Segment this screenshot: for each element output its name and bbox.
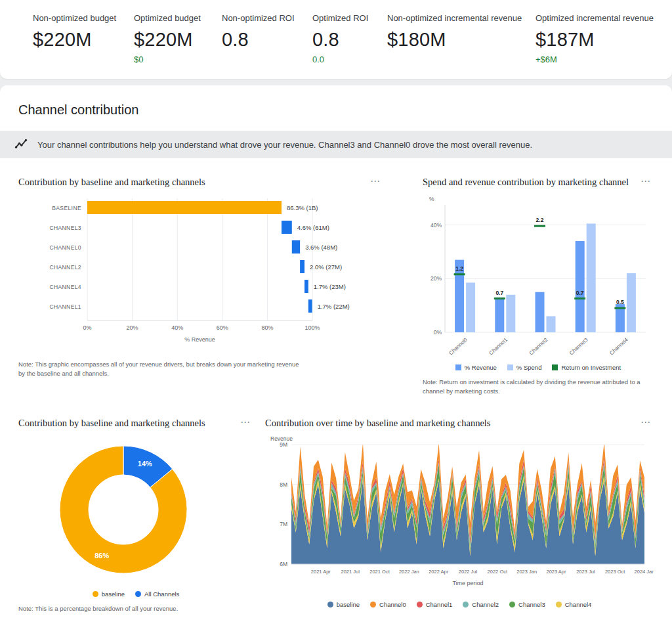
svg-text:CHANNEL2: CHANNEL2 (49, 264, 81, 271)
spend-bar[interactable] (627, 273, 636, 332)
svg-text:3.6% (48M): 3.6% (48M) (305, 244, 337, 251)
chart-note: Note: Return on investment is calculated… (423, 378, 652, 397)
legend-label: baseline (102, 590, 125, 598)
roi-marker[interactable] (534, 225, 545, 227)
overflow-menu-button[interactable]: ⋯ (638, 418, 654, 427)
waterfall-bar[interactable] (308, 299, 312, 313)
svg-text:1.7% (22M): 1.7% (22M) (318, 303, 350, 310)
waterfall-bar[interactable] (304, 280, 308, 293)
kpi-summary-card: Non-optimized budget $220M Optimized bud… (0, 0, 672, 79)
kpi-label: Non-optimized ROI (222, 13, 312, 23)
chart-donut: Contribution by baseline and marketing c… (18, 414, 253, 613)
kpi-label: Non-optimized budget (33, 13, 134, 23)
overflow-menu-button[interactable]: ⋯ (638, 177, 654, 186)
chart-note: Note: This is a percentage breakdown of … (18, 604, 253, 613)
svg-text:Time period: Time period (452, 580, 483, 586)
svg-text:2022 Jul: 2022 Jul (459, 569, 478, 575)
legend-item[interactable]: % Spend (507, 364, 542, 371)
time-series-chart-canvas: Revenue6M7M8M9M2021 Apr2021 Jul2021 Oct2… (265, 434, 654, 596)
svg-text:Channel4: Channel4 (608, 336, 629, 356)
legend-item[interactable]: Channel3 (509, 601, 545, 608)
svg-text:0%: 0% (83, 324, 91, 331)
legend-swatch (463, 602, 469, 607)
chart-time-series: Contribution over time by baseline and m… (265, 414, 654, 613)
revenue-bar[interactable] (495, 297, 504, 332)
chart-spend-revenue: Spend and revenue contribution by market… (423, 173, 654, 397)
legend-swatch (507, 364, 513, 370)
svg-text:80%: 80% (261, 324, 273, 331)
kpi-delta: $0 (134, 55, 222, 64)
roi-marker[interactable] (454, 273, 465, 275)
legend-item[interactable]: Channel1 (417, 601, 453, 608)
donut-chart-canvas: 14%86% (18, 434, 235, 585)
kpi-optimized-budget: Optimized budget $220M $0 (134, 13, 222, 79)
svg-text:20%: 20% (127, 324, 138, 331)
kpi-non-optimized-roi: Non-optimized ROI 0.8 (222, 13, 312, 79)
overflow-menu-button[interactable]: ⋯ (238, 418, 253, 427)
legend-swatch (455, 364, 461, 370)
insight-banner: Your channel contributions help you unde… (0, 131, 672, 158)
donut-legend: baselineAll Channels (18, 590, 253, 598)
svg-text:Channel0: Channel0 (448, 336, 469, 356)
roi-marker[interactable] (574, 297, 585, 299)
legend-label: Channel3 (518, 601, 545, 608)
svg-text:40%: 40% (430, 222, 442, 229)
waterfall-bar[interactable] (87, 201, 282, 214)
legend-item[interactable]: Return on Investment (552, 364, 621, 371)
insight-text: Your channel contributions help you unde… (37, 140, 532, 150)
svg-text:2021 Oct: 2021 Oct (369, 569, 390, 575)
spend-bar[interactable] (547, 316, 556, 332)
legend-swatch (327, 602, 333, 607)
spend-bar[interactable] (506, 295, 515, 332)
revenue-bar[interactable] (576, 241, 585, 332)
kpi-non-optimized-incremental-revenue: Non-optimized incremental revenue $180M (387, 13, 536, 79)
legend-item[interactable]: Channel4 (556, 601, 592, 608)
roi-marker[interactable] (494, 297, 505, 299)
waterfall-bar[interactable] (292, 240, 300, 253)
svg-text:9M: 9M (280, 441, 287, 448)
legend-label: baseline (337, 601, 360, 608)
legend-item[interactable]: baseline (93, 590, 125, 598)
kpi-non-optimized-budget: Non-optimized budget $220M (33, 13, 134, 79)
svg-text:40%: 40% (171, 324, 183, 331)
overflow-menu-button[interactable]: ⋯ (368, 177, 383, 186)
legend-label: Return on Investment (561, 364, 621, 371)
svg-text:2021 Apr: 2021 Apr (311, 569, 331, 575)
svg-text:6M: 6M (280, 561, 287, 567)
legend-item[interactable]: Channel2 (463, 601, 499, 608)
svg-text:CHANNEL4: CHANNEL4 (49, 284, 81, 290)
spend-revenue-chart-canvas: %0%20%40%1.2Channel00.7Channel12.2Channe… (423, 193, 652, 359)
chart-note: Note: This graphic encompasses all of yo… (18, 360, 301, 379)
spend-bar[interactable] (466, 282, 475, 332)
time-series-legend: baselineChannel0Channel1Channel2Channel3… (265, 601, 654, 608)
revenue-bar[interactable] (536, 292, 545, 332)
legend-item[interactable]: All Channels (135, 590, 179, 598)
legend-swatch (135, 591, 141, 597)
kpi-delta (222, 55, 312, 64)
legend-label: Channel0 (379, 601, 406, 608)
legend-item[interactable]: baseline (327, 601, 360, 608)
legend-swatch (417, 602, 423, 607)
legend-label: Channel4 (565, 601, 592, 608)
waterfall-bar[interactable] (300, 260, 304, 273)
legend-label: % Spend (516, 364, 542, 371)
svg-text:2.0% (27M): 2.0% (27M) (310, 263, 342, 271)
legend-item[interactable]: % Revenue (455, 364, 497, 371)
chart-title: Contribution by baseline and marketing c… (18, 418, 205, 429)
legend-item[interactable]: Channel0 (370, 601, 406, 608)
roi-marker[interactable] (614, 307, 625, 309)
kpi-optimized-incremental-revenue: Optimized incremental revenue $187M +$6M (536, 13, 667, 79)
chart-title: Contribution by baseline and marketing c… (18, 177, 205, 188)
svg-text:2021 Jul: 2021 Jul (341, 569, 360, 575)
waterfall-bar[interactable] (282, 221, 292, 234)
spend-bar[interactable] (587, 223, 596, 332)
svg-text:Channel2: Channel2 (528, 336, 549, 356)
legend-swatch (370, 602, 376, 607)
kpi-delta (33, 55, 134, 64)
kpi-label: Optimized incremental revenue (536, 13, 667, 23)
chart-waterfall: Contribution by baseline and marketing c… (18, 173, 383, 397)
kpi-delta: 0.0 (312, 55, 387, 64)
legend-swatch (552, 364, 558, 370)
svg-text:2023 Jan: 2023 Jan (516, 569, 537, 575)
kpi-value: $220M (134, 29, 222, 51)
